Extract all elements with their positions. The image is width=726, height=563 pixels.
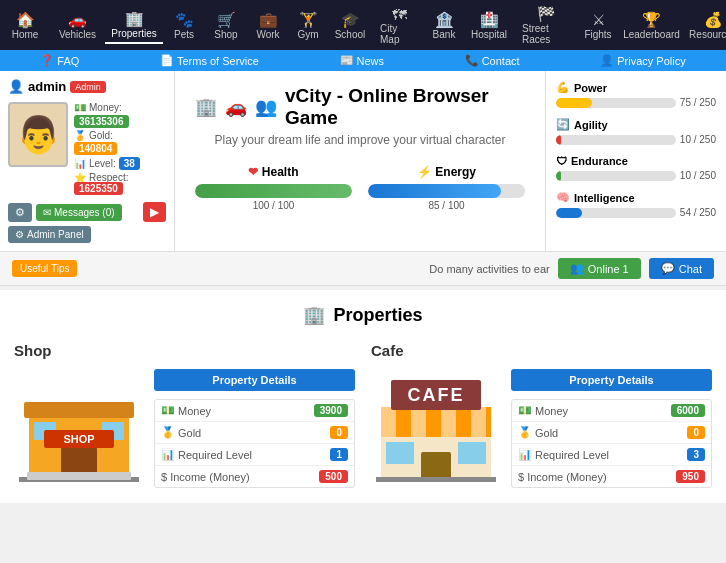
right-panel: 💪 Power 75 / 250 🔄 Agility 10 / 250 bbox=[546, 71, 726, 251]
shop-details: Property Details 💵 Money 3900 🥇 Gold 0 📊 bbox=[154, 369, 355, 488]
admin-badge: Admin bbox=[70, 81, 106, 93]
settings-button[interactable]: ⚙ bbox=[8, 203, 32, 222]
energy-progress-bar bbox=[368, 184, 525, 198]
cafe-gold: 0 bbox=[687, 426, 705, 439]
cafe-money-row: 💵 Money 6000 bbox=[512, 400, 711, 422]
gold-icon: 🥇 bbox=[161, 426, 175, 439]
svg-text:SHOP: SHOP bbox=[63, 433, 94, 445]
income-icon: $ bbox=[161, 471, 167, 483]
nav-item-street-races[interactable]: 🏁 Street Races bbox=[515, 2, 577, 48]
properties-icon: 🏢 bbox=[303, 304, 325, 326]
endurance-value: 10 / 250 bbox=[680, 170, 716, 181]
respect-value: 1625350 bbox=[74, 182, 123, 195]
faq-icon: ❓ bbox=[40, 54, 54, 67]
chat-button[interactable]: 💬 Chat bbox=[649, 258, 714, 279]
agility-stat: 🔄 Agility 10 / 250 bbox=[556, 118, 716, 145]
contact-icon: 📞 bbox=[465, 54, 479, 67]
cafe-level-row: 📊 Required Level 3 bbox=[512, 444, 711, 466]
svg-rect-18 bbox=[386, 442, 414, 464]
shop-money: 3900 bbox=[314, 404, 348, 417]
shop-details-btn[interactable]: Property Details bbox=[154, 369, 355, 391]
money-icon: 💵 bbox=[161, 404, 175, 417]
intelligence-icon: 🧠 bbox=[556, 191, 570, 204]
cafe-details: Property Details 💵 Money 6000 🥇 Gold 0 📊 bbox=[511, 369, 712, 488]
nav-item-home[interactable]: 🏠 Home bbox=[0, 8, 50, 43]
power-stat: 💪 Power 75 / 250 bbox=[556, 81, 716, 108]
user-icon: 👤 bbox=[8, 79, 24, 94]
cafe-income-icon: $ bbox=[518, 471, 524, 483]
shop-income-row: $ Income (Money) 500 bbox=[155, 466, 354, 487]
tos-link[interactable]: 📄 Terms of Service bbox=[160, 54, 259, 67]
logout-button[interactable]: ▶ bbox=[143, 202, 166, 222]
people-icon: 👥 bbox=[255, 96, 277, 118]
useful-tips-button[interactable]: Useful Tips bbox=[12, 260, 77, 277]
nav-item-pets[interactable]: 🐾 Pets bbox=[163, 8, 205, 43]
svg-rect-1 bbox=[24, 402, 134, 418]
admin-panel-button[interactable]: ⚙ Admin Panel bbox=[8, 226, 91, 243]
nav-item-fights[interactable]: ⚔ Fights bbox=[577, 8, 619, 43]
svg-rect-20 bbox=[376, 477, 496, 482]
left-panel: 👤 admin Admin 👨 💵 Money: 36135306 🥇 Gold… bbox=[0, 71, 175, 251]
cafe-level: 3 bbox=[687, 448, 705, 461]
cafe-property: Cafe bbox=[371, 342, 712, 489]
nav-item-leaderboard[interactable]: 🏆 Leaderboard bbox=[619, 8, 684, 43]
properties-title: Properties bbox=[333, 305, 422, 326]
nav-item-vehicles[interactable]: 🚗 Vehicles bbox=[50, 8, 105, 43]
nav-item-citymap[interactable]: 🗺 City Map bbox=[373, 3, 425, 48]
agility-icon: 🔄 bbox=[556, 118, 570, 131]
cafe-details-btn[interactable]: Property Details bbox=[511, 369, 712, 391]
contact-link[interactable]: 📞 Contact bbox=[465, 54, 520, 67]
game-title: vCity - Online Browser Game bbox=[285, 85, 525, 129]
tos-icon: 📄 bbox=[160, 54, 174, 67]
messages-icon: ✉ bbox=[43, 207, 51, 218]
nav-item-shop[interactable]: 🛒 Shop bbox=[205, 8, 247, 43]
health-bar-group: ❤ Health 100 / 100 bbox=[195, 165, 352, 211]
endurance-icon: 🛡 bbox=[556, 155, 567, 167]
cafe-income-row: $ Income (Money) 950 bbox=[512, 466, 711, 487]
cafe-category: Cafe bbox=[371, 342, 712, 359]
endurance-stat: 🛡 Endurance 10 / 250 bbox=[556, 155, 716, 181]
bolt-icon: ⚡ bbox=[417, 165, 432, 179]
cafe-income: 950 bbox=[676, 470, 705, 483]
avatar: 👨 bbox=[8, 102, 68, 167]
svg-text:CAFE: CAFE bbox=[408, 385, 465, 405]
level-value: 38 bbox=[119, 157, 140, 170]
shop-level-row: 📊 Required Level 1 bbox=[155, 444, 354, 466]
users-icon: 👥 bbox=[570, 262, 584, 275]
cafe-money: 6000 bbox=[671, 404, 705, 417]
game-subtitle: Play your dream life and improve your vi… bbox=[195, 133, 525, 147]
agility-value: 10 / 250 bbox=[680, 134, 716, 145]
nav-item-properties[interactable]: 🏢 Properties bbox=[105, 7, 163, 44]
messages-button[interactable]: ✉ Messages (0) bbox=[36, 204, 122, 221]
shop-image: SHOP bbox=[14, 369, 144, 489]
news-link[interactable]: 📰 News bbox=[340, 54, 385, 67]
shop-gold-row: 🥇 Gold 0 bbox=[155, 422, 354, 444]
top-navigation: 🏠 Home 🚗 Vehicles 🏢 Properties 🐾 Pets 🛒 … bbox=[0, 0, 726, 50]
cafe-gold-icon: 🥇 bbox=[518, 426, 532, 439]
health-progress-bar bbox=[195, 184, 352, 198]
svg-rect-19 bbox=[458, 442, 486, 464]
news-icon: 📰 bbox=[340, 54, 354, 67]
cafe-money-icon: 💵 bbox=[518, 404, 532, 417]
nav-item-resources[interactable]: 💰 Resources bbox=[684, 8, 726, 43]
earn-text: Do many activities to ear bbox=[429, 263, 549, 275]
nav-item-hospital[interactable]: 🏥 Hospital bbox=[463, 8, 515, 43]
shop-gold: 0 bbox=[330, 426, 348, 439]
cafe-image: CAFE bbox=[371, 369, 501, 489]
online-button[interactable]: 👥 Online 1 bbox=[558, 258, 641, 279]
nav-item-bank[interactable]: 🏦 Bank bbox=[425, 8, 463, 43]
building-icon: 🏢 bbox=[195, 96, 217, 118]
privacy-link[interactable]: 👤 Privacy Policy bbox=[600, 54, 685, 67]
nav-item-gym[interactable]: 🏋 Gym bbox=[289, 8, 327, 43]
cafe-level-icon: 📊 bbox=[518, 448, 532, 461]
svg-rect-8 bbox=[27, 472, 131, 480]
nav-item-school[interactable]: 🎓 School bbox=[327, 8, 373, 43]
nav-item-work[interactable]: 💼 Work bbox=[247, 8, 289, 43]
energy-value: 85 / 100 bbox=[368, 200, 525, 211]
power-value: 75 / 250 bbox=[680, 97, 716, 108]
intelligence-stat: 🧠 Intelligence 54 / 250 bbox=[556, 191, 716, 218]
privacy-icon: 👤 bbox=[600, 54, 614, 67]
user-stats: 💵 Money: 36135306 🥇 Gold: 140804 📊 Level… bbox=[74, 102, 140, 194]
health-value: 100 / 100 bbox=[195, 200, 352, 211]
faq-link[interactable]: ❓ FAQ bbox=[40, 54, 79, 67]
